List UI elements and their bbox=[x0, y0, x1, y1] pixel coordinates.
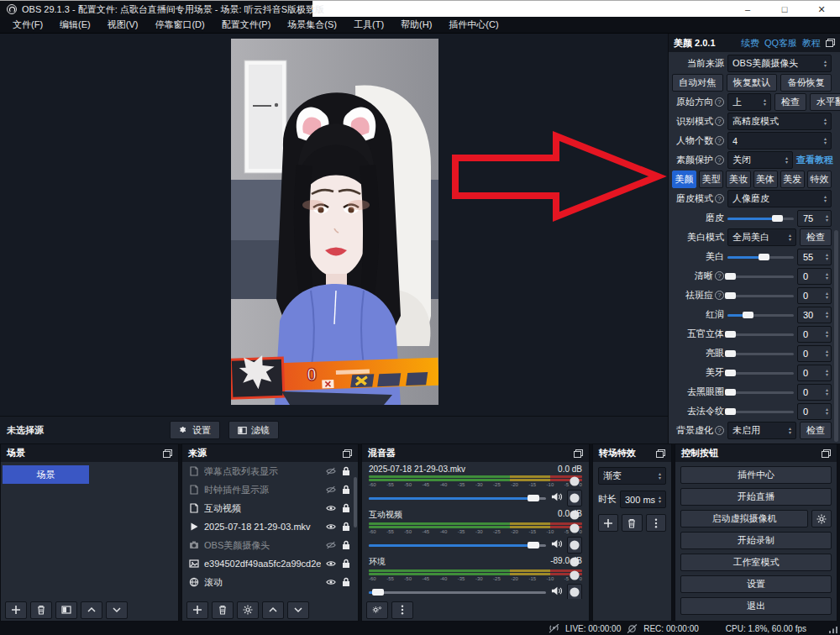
speaker-icon[interactable] bbox=[551, 585, 562, 599]
slider-handle[interactable] bbox=[725, 350, 736, 357]
slider-美牙[interactable] bbox=[727, 367, 794, 379]
source-row[interactable]: 弹幕点歌列表显示 bbox=[182, 462, 358, 480]
remove-scene-button[interactable] bbox=[30, 601, 52, 619]
menu-item-6[interactable]: 场景集合(S) bbox=[280, 17, 344, 33]
source-settings-button[interactable]: 设置 bbox=[170, 421, 220, 439]
move-scene-up-button[interactable] bbox=[81, 601, 102, 619]
move-scene-down-button[interactable] bbox=[106, 601, 128, 619]
menu-item-3[interactable]: 视图(V) bbox=[100, 17, 146, 33]
slider-value-spinner[interactable]: 55▴▾ bbox=[797, 249, 832, 265]
minimize-button[interactable]: – bbox=[729, 1, 766, 18]
menu-item-2[interactable]: 编辑(E) bbox=[52, 17, 98, 33]
speaker-icon[interactable] bbox=[551, 491, 562, 506]
popout-icon[interactable] bbox=[826, 39, 835, 47]
slider-value-spinner[interactable]: 30▴▾ bbox=[797, 307, 832, 323]
tab-美发[interactable]: 美发 bbox=[780, 171, 805, 188]
mixer-menu-button[interactable] bbox=[391, 601, 413, 619]
help-icon[interactable]: ? bbox=[715, 271, 724, 281]
slider-美白[interactable] bbox=[727, 251, 794, 263]
close-button[interactable]: ✕ bbox=[803, 1, 840, 18]
mixer-channel-menu-button[interactable] bbox=[567, 490, 582, 506]
add-transition-button[interactable] bbox=[598, 514, 618, 532]
background-blur-dropdown[interactable]: 未启用 ▴▾ bbox=[727, 422, 796, 439]
slider-去黑眼圈[interactable] bbox=[727, 386, 794, 398]
slider-handle[interactable] bbox=[759, 254, 769, 260]
advanced-audio-button[interactable] bbox=[366, 601, 388, 619]
volume-slider[interactable] bbox=[369, 540, 546, 550]
speaker-icon[interactable] bbox=[551, 538, 562, 553]
popout-icon[interactable] bbox=[574, 449, 583, 458]
move-source-up-button[interactable] bbox=[262, 601, 284, 619]
slider-value-spinner[interactable]: 75▴▾ bbox=[797, 210, 832, 227]
preview-video[interactable]: 0 bbox=[231, 39, 438, 405]
control-button-1[interactable]: 插件中心 bbox=[680, 466, 832, 484]
beauty-panel-scrollbar[interactable] bbox=[834, 230, 838, 442]
transition-menu-button[interactable] bbox=[646, 514, 666, 532]
lock-icon[interactable] bbox=[341, 522, 351, 532]
transition-type-dropdown[interactable]: 渐变 ▴▾ bbox=[598, 467, 666, 485]
orientation-check-button[interactable]: 检查 bbox=[774, 93, 806, 111]
menu-item-7[interactable]: 工具(T) bbox=[346, 17, 391, 33]
source-row[interactable]: 时钟插件显示源 bbox=[182, 480, 358, 499]
menu-item-9[interactable]: 插件中心(C) bbox=[441, 17, 506, 33]
smooth-mode-dropdown[interactable]: 人像磨皮 ▴▾ bbox=[727, 190, 832, 207]
control-button-5[interactable]: 工作室模式 bbox=[680, 554, 832, 571]
popout-icon[interactable] bbox=[343, 449, 352, 458]
control-button-2[interactable]: 开始直播 bbox=[680, 488, 832, 506]
current-source-dropdown[interactable]: OBS美颜摄像头 ▴▾ bbox=[727, 55, 832, 72]
lock-icon[interactable] bbox=[341, 559, 351, 569]
lock-icon[interactable] bbox=[341, 540, 351, 550]
help-icon[interactable]: ? bbox=[715, 426, 724, 435]
source-row[interactable]: 2025-07-18 21-29-03.mkv bbox=[182, 517, 358, 536]
help-icon[interactable]: ? bbox=[715, 194, 724, 203]
flip-horizontal-button[interactable]: 水平翻转 bbox=[810, 93, 840, 111]
beauty-link-3[interactable]: 教程 bbox=[802, 37, 821, 50]
slider-value-spinner[interactable]: 0▴▾ bbox=[797, 268, 832, 285]
help-icon[interactable]: ? bbox=[715, 291, 724, 300]
recognition-mode-dropdown[interactable]: 高精度模式 ▴▾ bbox=[727, 113, 832, 130]
slider-去法令纹[interactable] bbox=[727, 406, 794, 417]
source-filters-button[interactable]: 滤镜 bbox=[228, 421, 279, 439]
source-properties-button[interactable] bbox=[237, 601, 259, 619]
slider-磨皮[interactable] bbox=[727, 213, 794, 224]
popout-icon[interactable] bbox=[163, 449, 172, 458]
scene-filters-button[interactable] bbox=[55, 601, 77, 619]
slider-value-spinner[interactable]: 0▴▾ bbox=[797, 403, 832, 420]
slider-value-spinner[interactable]: 0▴▾ bbox=[797, 365, 832, 381]
add-scene-button[interactable] bbox=[5, 601, 27, 619]
popout-icon[interactable] bbox=[822, 449, 831, 458]
tab-美体[interactable]: 美体 bbox=[753, 171, 778, 188]
eye-icon[interactable] bbox=[326, 503, 336, 513]
slider-亮眼[interactable] bbox=[727, 348, 794, 359]
sources-scrollbar[interactable] bbox=[354, 477, 357, 527]
maximize-button[interactable]: □ bbox=[766, 1, 803, 18]
source-row[interactable]: 互动视频 bbox=[182, 499, 358, 517]
slider-handle[interactable] bbox=[725, 273, 736, 280]
slider-五官立体[interactable] bbox=[727, 328, 794, 340]
slider-value-spinner[interactable]: 0▴▾ bbox=[797, 345, 832, 362]
tab-美颜[interactable]: 美颜 bbox=[672, 171, 696, 188]
eye-slash-icon[interactable] bbox=[326, 540, 336, 550]
source-row[interactable]: e394502df49aa5fc2a99cd2e7c bbox=[182, 554, 358, 573]
slider-handle[interactable] bbox=[743, 312, 753, 318]
control-button-7[interactable]: 退出 bbox=[680, 597, 832, 615]
beauty-action-button-2[interactable]: 恢复默认 bbox=[727, 74, 778, 92]
slider-handle[interactable] bbox=[725, 389, 736, 396]
help-icon[interactable]: ? bbox=[715, 155, 724, 165]
scene-item-场景[interactable]: 场景 bbox=[3, 465, 89, 484]
whiten-check-button[interactable]: 检查 bbox=[800, 228, 832, 246]
orientation-dropdown[interactable]: 上 ▴▾ bbox=[727, 93, 771, 111]
popout-icon[interactable] bbox=[656, 449, 665, 458]
eye-slash-icon[interactable] bbox=[326, 466, 336, 476]
help-icon[interactable]: ? bbox=[715, 97, 724, 107]
eye-icon[interactable] bbox=[326, 559, 336, 569]
lock-icon[interactable] bbox=[341, 485, 351, 495]
slider-handle[interactable] bbox=[725, 331, 736, 338]
face-protect-dropdown[interactable]: 关闭 ▴▾ bbox=[727, 151, 793, 169]
tutorial-link[interactable]: 查看教程 bbox=[796, 154, 833, 166]
remove-transition-button[interactable] bbox=[622, 514, 642, 532]
move-source-down-button[interactable] bbox=[287, 601, 309, 619]
beauty-link-2[interactable]: QQ客服 bbox=[764, 37, 797, 50]
tab-美型[interactable]: 美型 bbox=[699, 171, 723, 188]
tab-特效[interactable]: 特效 bbox=[807, 171, 832, 188]
